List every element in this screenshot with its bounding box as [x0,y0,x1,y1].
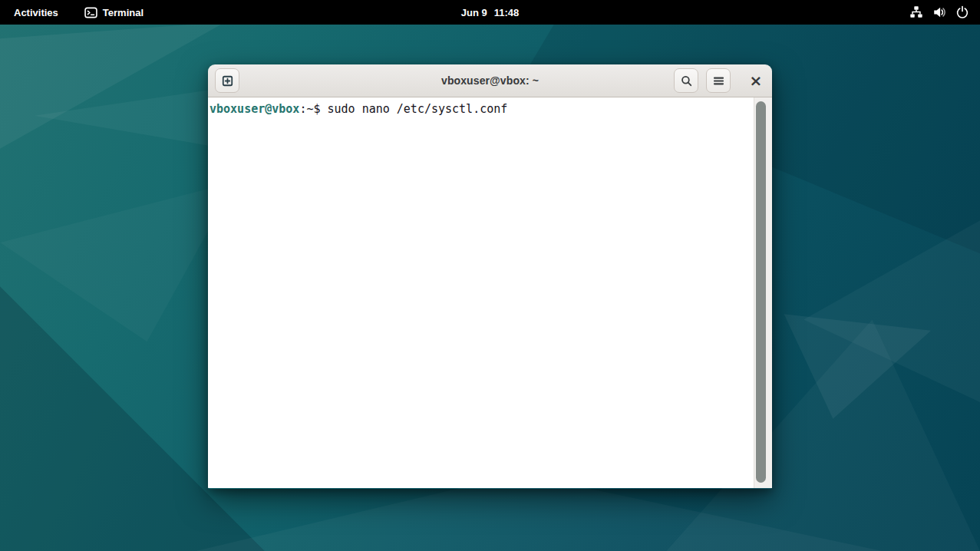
top-bar: Activities Terminal Jun 9 11:48 [0,0,980,25]
new-tab-button[interactable] [215,68,239,93]
app-indicator-label: Terminal [103,7,144,18]
tab-new-icon [221,74,234,87]
menu-icon [712,74,725,87]
menu-button[interactable] [706,68,731,93]
volume-icon [932,5,946,19]
prompt-user-host: vboxuser@vbox [210,102,299,116]
activities-button[interactable]: Activities [9,0,63,25]
scrollbar[interactable] [754,97,772,488]
network-icon [909,5,923,19]
clock-time: 11:48 [494,7,520,18]
search-icon [680,74,693,87]
clock-button[interactable]: Jun 9 11:48 [461,0,520,25]
clock-date: Jun 9 [461,7,487,18]
app-indicator-terminal[interactable]: Terminal [80,0,148,25]
titlebar[interactable]: vboxuser@vbox: ~ × [208,64,772,97]
command-text: sudo nano /etc/sysctl.conf [328,102,508,116]
power-icon [955,5,969,19]
terminal-content[interactable]: vboxuser@vbox:~$sudo nano /etc/sysctl.co… [208,97,772,488]
terminal-icon [84,6,97,19]
system-status-area[interactable] [899,0,980,25]
scrollbar-thumb[interactable] [756,101,766,483]
prompt-suffix: :~$ [299,102,320,116]
close-button[interactable]: × [744,69,767,92]
terminal-window: vboxuser@vbox: ~ × vboxuser@vbox:~$sudo … [208,64,772,489]
terminal-prompt-line: vboxuser@vbox:~$sudo nano /etc/sysctl.co… [208,97,772,117]
search-button[interactable] [674,68,698,93]
window-title: vboxuser@vbox: ~ [441,74,539,87]
